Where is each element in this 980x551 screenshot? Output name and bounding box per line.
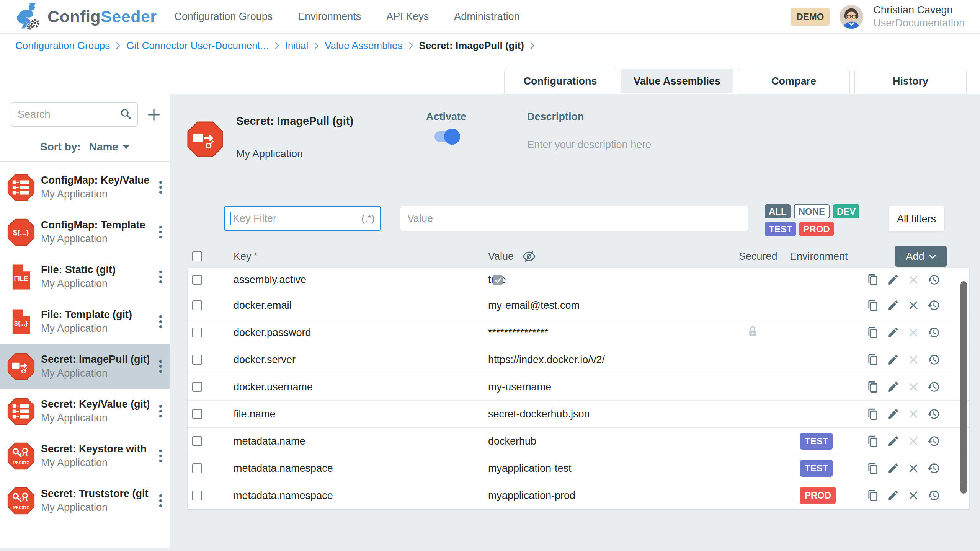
column-value: Value [488,251,514,262]
history-icon[interactable] [927,273,941,287]
row-checkbox[interactable] [192,491,202,500]
environment-filter-badge[interactable]: ALL [765,204,791,218]
kebab-menu-icon[interactable] [157,403,164,420]
copy-icon[interactable] [866,353,880,367]
user-info[interactable]: Christian Cavegn UserDocumentation [873,4,965,30]
edit-icon[interactable] [886,489,900,502]
activate-toggle[interactable] [434,131,459,142]
edit-icon[interactable] [886,273,900,287]
kebab-menu-icon[interactable] [157,223,164,241]
environment-filter-badge[interactable]: NONE [794,204,830,218]
row-checkbox[interactable] [192,409,202,419]
copy-icon[interactable] [866,298,880,312]
delete-icon[interactable] [906,326,920,339]
kebab-menu-icon[interactable] [157,268,164,285]
list-item[interactable]: ${...} ConfigMap: Template (... My Appli… [0,210,170,254]
copy-icon[interactable] [866,326,880,339]
breadcrumb-link[interactable]: Initial [285,40,309,52]
sort-by-select[interactable]: Name [89,141,129,153]
breadcrumb-link[interactable]: Git Connector User-Document... [126,40,268,52]
history-icon[interactable] [927,326,941,339]
history-icon[interactable] [927,461,941,475]
history-icon[interactable] [927,380,941,394]
kebab-menu-icon[interactable] [157,358,164,375]
row-checkbox[interactable] [192,463,202,473]
table-scrollbar[interactable] [960,281,967,494]
nav-item[interactable]: Environments [298,11,361,23]
key-filter-input[interactable] [232,212,358,225]
copy-icon[interactable] [866,489,880,502]
list-item[interactable]: ConfigMap: Key/Value ... My Application [0,165,170,210]
history-icon[interactable] [927,298,941,312]
delete-icon[interactable] [906,380,920,394]
edit-icon[interactable] [886,461,900,475]
environment-filter-badge[interactable]: DEV [833,204,859,218]
tab[interactable]: Value Assemblies [621,69,733,93]
app-logo[interactable]: ConfigSeeder [15,2,157,31]
nav-item[interactable]: API Keys [386,11,429,23]
row-checkbox[interactable] [192,300,202,310]
copy-icon[interactable] [866,273,880,287]
history-icon[interactable] [927,434,941,448]
kebab-menu-icon[interactable] [157,492,164,509]
kebab-menu-icon[interactable] [157,179,164,196]
list-item[interactable]: FILE File: Static (git) My Application [0,254,170,299]
environment-badge: TEST [800,433,833,450]
kebab-menu-icon[interactable] [157,447,164,465]
copy-icon[interactable] [866,407,880,421]
environment-filter-badge[interactable]: PROD [799,222,833,236]
value-filter-input[interactable] [407,212,742,225]
select-all-checkbox[interactable] [192,251,202,261]
nav-item[interactable]: Configuration Groups [175,11,273,23]
add-value-button[interactable]: Add [895,246,947,267]
delete-icon[interactable] [906,434,920,448]
list-item-text: ConfigMap: Key/Value ... My Application [41,174,149,201]
search-input[interactable] [17,108,119,121]
breadcrumb-link[interactable]: Configuration Groups [15,40,110,52]
kebab-menu-icon[interactable] [157,313,164,330]
eye-off-icon[interactable] [522,249,536,265]
history-icon[interactable] [927,407,941,421]
breadcrumb-link[interactable]: Secret: ImagePull (git) [419,40,524,52]
configuration-type-icon [7,173,35,202]
edit-icon[interactable] [886,326,900,339]
row-checkbox[interactable] [192,355,202,365]
delete-icon[interactable] [906,407,920,421]
row-checkbox[interactable] [192,382,202,392]
list-item[interactable]: Secret: ImagePull (git) My Application [0,344,170,389]
edit-icon[interactable] [886,353,900,367]
search-icon[interactable] [119,108,132,121]
description-field[interactable]: Enter your description here [527,139,651,151]
row-checkbox[interactable] [192,436,202,446]
tab[interactable]: Compare [738,69,850,93]
delete-icon[interactable] [906,273,920,287]
tab[interactable]: Configurations [504,69,616,93]
add-configuration-button[interactable] [147,108,161,124]
tab[interactable]: History [854,69,967,93]
svg-text:PKCS12: PKCS12 [13,505,29,509]
breadcrumb-link[interactable]: Value Assemblies [325,40,402,52]
row-checkbox[interactable] [192,275,202,285]
environment-filter-badge[interactable]: TEST [765,222,796,236]
history-icon[interactable] [927,353,941,367]
history-icon[interactable] [927,489,941,502]
edit-icon[interactable] [886,434,900,448]
delete-icon[interactable] [906,298,920,312]
copy-icon[interactable] [866,434,880,448]
list-item[interactable]: PKCS12 Secret: Truststore (git) My Appli… [0,478,170,523]
delete-icon[interactable] [906,461,920,475]
all-filters-button[interactable]: All filters [888,206,945,232]
copy-icon[interactable] [866,461,880,475]
copy-icon[interactable] [866,380,880,394]
edit-icon[interactable] [886,407,900,421]
delete-icon[interactable] [906,353,920,367]
list-item[interactable]: PKCS12 Secret: Keystore with ... My Appl… [0,434,170,478]
avatar[interactable] [840,5,863,29]
edit-icon[interactable] [886,298,900,312]
list-item[interactable]: ${...} File: Template (git) My Applicati… [0,299,170,344]
row-checkbox[interactable] [192,328,202,337]
delete-icon[interactable] [906,489,920,502]
edit-icon[interactable] [886,380,900,394]
nav-item[interactable]: Administration [454,11,519,23]
list-item[interactable]: Secret: Key/Value (git) My Application [0,389,170,434]
